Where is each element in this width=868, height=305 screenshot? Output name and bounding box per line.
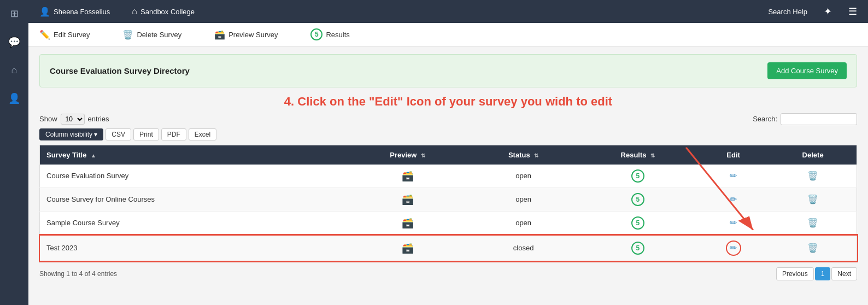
pagination-buttons: Previous 1 Next — [776, 267, 857, 280]
col-preview: Preview ⇅ — [347, 145, 469, 165]
user-profile[interactable]: 👤 Sheena Fosselius — [39, 7, 110, 17]
edit-cell[interactable]: ✏ — [697, 211, 769, 235]
delete-trash-icon[interactable]: 🗑️ — [807, 218, 818, 227]
results-cell[interactable]: 5 — [578, 211, 697, 235]
institution-name: ⌂ Sandbox College — [132, 7, 195, 16]
entries-label: entries — [88, 115, 109, 123]
results-button[interactable]: 5 Results — [310, 28, 349, 40]
delete-cell[interactable]: 🗑️ — [769, 211, 857, 235]
hamburger-icon[interactable]: ☰ — [848, 5, 857, 17]
pagination-row: Showing 1 to 4 of 4 entries Previous 1 N… — [39, 267, 857, 280]
institution-label: Sandbox College — [140, 8, 195, 16]
status-cell: open — [469, 165, 578, 188]
search-box: Search: — [753, 113, 857, 125]
survey-title-cell: Sample Course Survey — [40, 211, 347, 235]
delete-cell[interactable]: 🗑️ — [769, 235, 857, 261]
survey-title-cell: Course Evaluation Survey — [40, 165, 347, 188]
preview-db-icon[interactable]: 🗃️ — [402, 218, 414, 228]
edit-cell[interactable]: ✏ — [697, 187, 769, 211]
directory-title: Course Evaluation Survey Directory — [50, 66, 190, 75]
table-row: Sample Course Survey🗃️open5✏🗑️ — [40, 211, 857, 235]
status-cell: open — [469, 211, 578, 235]
edit-cell[interactable]: ✏ — [697, 165, 769, 188]
delete-trash-icon[interactable]: 🗑️ — [807, 195, 818, 204]
column-visibility-button[interactable]: Column visibility ▾ — [39, 128, 103, 140]
show-entries: Show 10 25 50 entries — [39, 114, 109, 125]
delete-survey-label: Delete Survey — [137, 31, 181, 39]
next-button[interactable]: Next — [831, 267, 857, 280]
edit-survey-button[interactable]: ✏️ Edit Survey — [39, 30, 90, 40]
sidebar-icon-home[interactable]: ⌂ — [8, 61, 21, 79]
page-1-button[interactable]: 1 — [815, 267, 831, 280]
search-label: Search: — [753, 115, 777, 123]
settings-icon[interactable]: ✦ — [824, 5, 832, 17]
results-cell[interactable]: 5 — [578, 165, 697, 188]
table-header-row: Survey Title ▲ Preview ⇅ Status ⇅ Result… — [40, 145, 857, 165]
results-label: Results — [326, 31, 349, 39]
status-cell: closed — [469, 235, 578, 261]
annotation-text: 4. Click on the "Edit" Icon of your surv… — [39, 94, 857, 110]
delete-survey-button[interactable]: 🗑️ Delete Survey — [122, 30, 181, 40]
preview-db-icon[interactable]: 🗃️ — [402, 243, 414, 254]
delete-cell[interactable]: 🗑️ — [769, 165, 857, 188]
entries-select[interactable]: 10 25 50 — [61, 114, 85, 125]
results-cell[interactable]: 5 — [578, 235, 697, 261]
results-circle-icon[interactable]: 5 — [631, 193, 644, 206]
search-input[interactable] — [781, 113, 857, 125]
csv-button[interactable]: CSV — [105, 128, 131, 140]
sidebar-icon-chat[interactable]: 💬 — [5, 33, 24, 51]
username: Sheena Fosselius — [54, 8, 110, 16]
excel-button[interactable]: Excel — [189, 128, 216, 140]
results-circle-icon[interactable]: 5 — [631, 242, 644, 255]
preview-db-icon[interactable]: 🗃️ — [402, 194, 414, 205]
results-circle-icon[interactable]: 5 — [631, 216, 644, 230]
status-cell: open — [469, 187, 578, 211]
edit-pencil-icon[interactable]: ✏ — [730, 218, 737, 227]
preview-db-icon[interactable]: 🗃️ — [402, 171, 414, 181]
preview-cell[interactable]: 🗃️ — [347, 165, 469, 188]
edit-pencil-icon[interactable]: ✏ — [730, 171, 737, 180]
edit-survey-icon: ✏️ — [39, 30, 50, 40]
preview-survey-button[interactable]: 🗃️ Preview Survey — [214, 30, 278, 40]
preview-cell[interactable]: 🗃️ — [347, 211, 469, 235]
surveys-table: Survey Title ▲ Preview ⇅ Status ⇅ Result… — [39, 145, 857, 262]
table-row: Course Survey for Online Courses🗃️open5✏… — [40, 187, 857, 211]
topbar-right: Search Help ✦ ☰ — [768, 5, 857, 17]
edit-pencil-highlighted-icon[interactable]: ✏ — [726, 241, 741, 256]
print-button[interactable]: Print — [133, 128, 159, 140]
delete-cell[interactable]: 🗑️ — [769, 187, 857, 211]
table-row: Test 2023🗃️closed5✏🗑️ — [40, 235, 857, 261]
pdf-button[interactable]: PDF — [161, 128, 186, 140]
results-cell[interactable]: 5 — [578, 187, 697, 211]
toolbar: ✏️ Edit Survey 🗑️ Delete Survey 🗃️ Previ… — [28, 23, 868, 46]
delete-survey-icon: 🗑️ — [122, 30, 133, 40]
controls-row: Show 10 25 50 entries Search: — [39, 113, 857, 125]
directory-header: Course Evaluation Survey Directory Add C… — [39, 54, 857, 87]
sidebar-icon-user[interactable]: 👤 — [5, 89, 24, 108]
export-row: Column visibility ▾ CSV Print PDF Excel — [39, 128, 857, 140]
col-delete: Delete — [769, 145, 857, 165]
preview-cell[interactable]: 🗃️ — [347, 235, 469, 261]
col-results: Results ⇅ — [578, 145, 697, 165]
previous-button[interactable]: Previous — [776, 267, 814, 280]
edit-cell[interactable]: ✏ — [697, 235, 769, 261]
preview-cell[interactable]: 🗃️ — [347, 187, 469, 211]
sidebar: ⊞ 💬 ⌂ 👤 — [0, 0, 28, 305]
sidebar-icon-grid[interactable]: ⊞ — [7, 4, 22, 23]
edit-pencil-icon[interactable]: ✏ — [730, 195, 737, 204]
content: Course Evaluation Survey Directory Add C… — [28, 46, 868, 305]
results-badge: 5 — [310, 28, 322, 40]
edit-survey-label: Edit Survey — [54, 31, 90, 39]
add-course-survey-button[interactable]: Add Course Survey — [767, 62, 847, 79]
preview-survey-icon: 🗃️ — [214, 30, 225, 40]
delete-trash-icon[interactable]: 🗑️ — [807, 171, 818, 180]
show-label: Show — [39, 115, 57, 123]
main-wrapper: 👤 Sheena Fosselius ⌂ Sandbox College Sea… — [28, 0, 868, 305]
col-title: Survey Title ▲ — [40, 145, 347, 165]
results-circle-icon[interactable]: 5 — [631, 169, 644, 183]
survey-title-cell: Course Survey for Online Courses — [40, 187, 347, 211]
search-help-link[interactable]: Search Help — [768, 8, 807, 16]
showing-entries: Showing 1 to 4 of 4 entries — [39, 270, 117, 278]
survey-title-cell: Test 2023 — [40, 235, 347, 261]
delete-trash-icon[interactable]: 🗑️ — [807, 243, 818, 253]
